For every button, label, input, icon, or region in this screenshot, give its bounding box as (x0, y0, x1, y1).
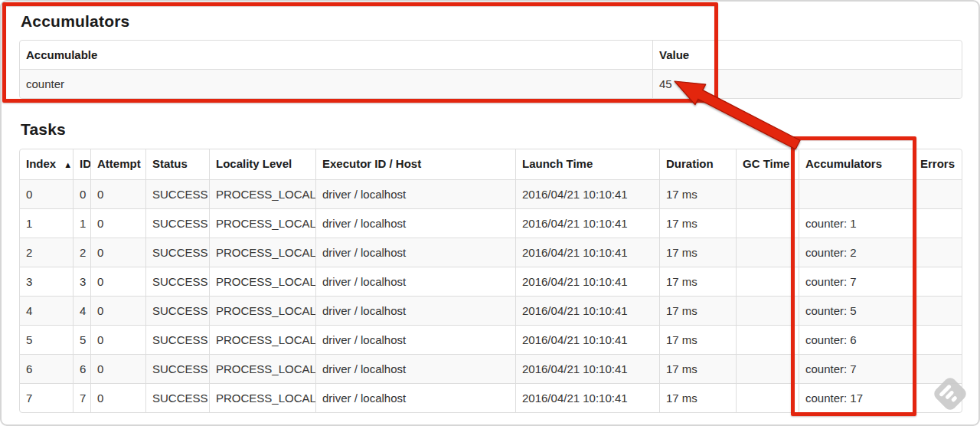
cell-gc-time (736, 383, 799, 412)
cell-errors (913, 296, 962, 325)
column-header-status[interactable]: Status (145, 149, 209, 179)
cell-duration: 17 ms (659, 354, 736, 383)
cell-id: 2 (73, 238, 90, 267)
cell-gc-time (736, 325, 799, 354)
cell-locality-level: PROCESS_LOCAL (209, 238, 315, 267)
red-annotation-box-tasks-accumulators-column (791, 136, 916, 416)
column-header-gc-time[interactable]: GC Time (736, 149, 799, 179)
cell-id: 3 (73, 267, 90, 296)
cell-attempt: 0 (90, 296, 145, 325)
cell-executor-id-host: driver / localhost (315, 267, 515, 296)
cell-duration: 17 ms (659, 296, 736, 325)
cell-status: SUCCESS (145, 267, 209, 296)
column-header-errors[interactable]: Errors (913, 149, 962, 179)
cell-index: 6 (20, 354, 73, 383)
cell-executor-id-host: driver / localhost (315, 325, 515, 354)
cell-errors (913, 354, 962, 383)
red-annotation-box-accumulators-summary (2, 2, 718, 103)
cell-errors (913, 238, 962, 267)
cell-id: 6 (73, 354, 90, 383)
cell-id: 5 (73, 325, 90, 354)
cell-errors (913, 325, 962, 354)
cell-executor-id-host: driver / localhost (315, 354, 515, 383)
column-header-locality-level[interactable]: Locality Level (209, 149, 315, 179)
cell-errors (913, 208, 962, 238)
cell-index: 7 (20, 383, 73, 412)
cell-launch-time: 2016/04/21 10:10:41 (515, 325, 659, 354)
cell-locality-level: PROCESS_LOCAL (209, 179, 315, 208)
cell-errors (913, 179, 962, 208)
cell-launch-time: 2016/04/21 10:10:41 (515, 354, 659, 383)
cell-gc-time (736, 296, 799, 325)
screenshot-frame: Accumulators AccumulableValue counter45 … (0, 0, 980, 426)
cell-launch-time: 2016/04/21 10:10:41 (515, 179, 659, 208)
cell-attempt: 0 (90, 179, 145, 208)
cell-id: 4 (73, 296, 90, 325)
cell-launch-time: 2016/04/21 10:10:41 (515, 383, 659, 412)
cell-duration: 17 ms (659, 267, 736, 296)
cell-executor-id-host: driver / localhost (315, 383, 515, 412)
cell-index: 5 (20, 325, 73, 354)
cell-duration: 17 ms (659, 179, 736, 208)
cell-status: SUCCESS (145, 238, 209, 267)
cell-executor-id-host: driver / localhost (315, 208, 515, 238)
cell-index: 2 (20, 238, 73, 267)
column-header-index[interactable]: Index▲ (20, 149, 73, 179)
cell-launch-time: 2016/04/21 10:10:41 (515, 267, 659, 296)
cell-attempt: 0 (90, 208, 145, 238)
cell-status: SUCCESS (145, 208, 209, 238)
cell-attempt: 0 (90, 325, 145, 354)
cell-errors (913, 383, 962, 412)
column-header-duration[interactable]: Duration (659, 149, 736, 179)
cell-errors (913, 267, 962, 296)
cell-status: SUCCESS (145, 296, 209, 325)
column-header-executor-id-host[interactable]: Executor ID / Host (315, 149, 515, 179)
cell-duration: 17 ms (659, 325, 736, 354)
cell-locality-level: PROCESS_LOCAL (209, 325, 315, 354)
cell-duration: 17 ms (659, 383, 736, 412)
cell-gc-time (736, 238, 799, 267)
cell-locality-level: PROCESS_LOCAL (209, 296, 315, 325)
cell-attempt: 0 (90, 267, 145, 296)
cell-id: 7 (73, 383, 90, 412)
cell-duration: 17 ms (659, 208, 736, 238)
cell-status: SUCCESS (145, 179, 209, 208)
column-header-id[interactable]: ID (73, 149, 90, 179)
cell-index: 1 (20, 208, 73, 238)
cell-launch-time: 2016/04/21 10:10:41 (515, 208, 659, 238)
cell-index: 0 (20, 179, 73, 208)
cell-gc-time (736, 208, 799, 238)
cell-index: 4 (20, 296, 73, 325)
cell-status: SUCCESS (145, 354, 209, 383)
cell-duration: 17 ms (659, 238, 736, 267)
cell-gc-time (736, 267, 799, 296)
cell-executor-id-host: driver / localhost (315, 179, 515, 208)
column-header-launch-time[interactable]: Launch Time (515, 149, 659, 179)
cell-locality-level: PROCESS_LOCAL (209, 383, 315, 412)
cell-id: 0 (73, 179, 90, 208)
cell-index: 3 (20, 267, 73, 296)
cell-executor-id-host: driver / localhost (315, 238, 515, 267)
cell-attempt: 0 (90, 238, 145, 267)
cell-locality-level: PROCESS_LOCAL (209, 354, 315, 383)
cell-gc-time (736, 354, 799, 383)
cell-status: SUCCESS (145, 383, 209, 412)
column-header-attempt[interactable]: Attempt (90, 149, 145, 179)
cell-locality-level: PROCESS_LOCAL (209, 267, 315, 296)
cell-executor-id-host: driver / localhost (315, 296, 515, 325)
cell-launch-time: 2016/04/21 10:10:41 (515, 296, 659, 325)
sort-ascending-icon: ▲ (64, 160, 72, 169)
cell-attempt: 0 (90, 383, 145, 412)
cell-launch-time: 2016/04/21 10:10:41 (515, 238, 659, 267)
cell-locality-level: PROCESS_LOCAL (209, 208, 315, 238)
cell-id: 1 (73, 208, 90, 238)
cell-status: SUCCESS (145, 325, 209, 354)
cell-attempt: 0 (90, 354, 145, 383)
cell-gc-time (736, 179, 799, 208)
